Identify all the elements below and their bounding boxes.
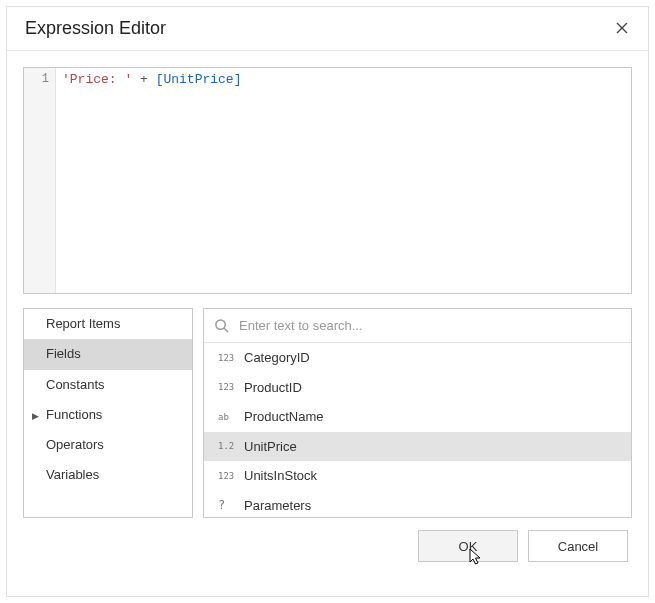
- field-label: ProductName: [244, 408, 323, 426]
- type-string-icon: ab: [218, 411, 238, 423]
- search-icon: [214, 318, 229, 333]
- type-integer-icon: 123: [218, 470, 238, 482]
- expression-editor-dialog: Expression Editor 1 'Price: ' + [UnitPri…: [6, 6, 649, 597]
- type-unknown-icon: ?: [218, 497, 238, 513]
- category-label: Constants: [46, 377, 105, 392]
- field-parameters[interactable]: ? Parameters: [204, 491, 631, 517]
- category-constants[interactable]: Constants: [24, 370, 192, 400]
- category-operators[interactable]: Operators: [24, 430, 192, 460]
- field-product-name[interactable]: ab ProductName: [204, 402, 631, 432]
- field-label: UnitsInStock: [244, 467, 317, 485]
- line-number: 1: [24, 72, 49, 86]
- category-label: Operators: [46, 437, 104, 452]
- dialog-title: Expression Editor: [25, 18, 166, 39]
- category-label: Report Items: [46, 316, 120, 331]
- type-integer-icon: 123: [218, 352, 238, 364]
- field-units-in-stock[interactable]: 123 UnitsInStock: [204, 461, 631, 491]
- expand-caret-icon: ▶: [32, 411, 39, 422]
- field-category-id[interactable]: 123 CategoryID: [204, 343, 631, 373]
- svg-point-0: [216, 320, 225, 329]
- category-label: Functions: [46, 407, 102, 422]
- search-input[interactable]: [237, 317, 621, 334]
- close-button[interactable]: [612, 21, 632, 37]
- dialog-footer: OK Cancel: [23, 518, 632, 566]
- field-label: Parameters: [244, 497, 311, 515]
- category-fields[interactable]: Fields: [24, 339, 192, 369]
- field-product-id[interactable]: 123 ProductID: [204, 373, 631, 403]
- search-row: [204, 309, 631, 343]
- token-operator: +: [132, 72, 155, 87]
- category-label: Variables: [46, 467, 99, 482]
- category-label: Fields: [46, 346, 81, 361]
- type-decimal-icon: 1.2: [218, 440, 238, 452]
- expression-code-editor[interactable]: 1 'Price: ' + [UnitPrice]: [23, 67, 632, 294]
- code-area[interactable]: 'Price: ' + [UnitPrice]: [56, 68, 631, 293]
- items-pane: 123 CategoryID 123 ProductID ab ProductN…: [203, 308, 632, 518]
- category-variables[interactable]: Variables: [24, 460, 192, 490]
- type-integer-icon: 123: [218, 381, 238, 393]
- category-report-items[interactable]: Report Items: [24, 309, 192, 339]
- close-icon: [616, 22, 628, 34]
- field-label: UnitPrice: [244, 438, 297, 456]
- dialog-header: Expression Editor: [7, 7, 648, 51]
- field-label: ProductID: [244, 379, 302, 397]
- lower-panes: Report Items Fields Constants ▶ Function…: [23, 308, 632, 518]
- token-string: 'Price: ': [62, 72, 132, 87]
- field-label: CategoryID: [244, 349, 310, 367]
- category-list[interactable]: Report Items Fields Constants ▶ Function…: [23, 308, 193, 518]
- ok-button[interactable]: OK: [418, 530, 518, 562]
- cancel-button[interactable]: Cancel: [528, 530, 628, 562]
- token-field: [UnitPrice]: [156, 72, 242, 87]
- editor-gutter: 1: [24, 68, 56, 293]
- dialog-body: 1 'Price: ' + [UnitPrice] Report Items F…: [7, 51, 648, 596]
- field-unit-price[interactable]: 1.2 UnitPrice: [204, 432, 631, 462]
- field-list[interactable]: 123 CategoryID 123 ProductID ab ProductN…: [204, 343, 631, 517]
- category-functions[interactable]: ▶ Functions: [24, 400, 192, 430]
- svg-line-1: [224, 328, 228, 332]
